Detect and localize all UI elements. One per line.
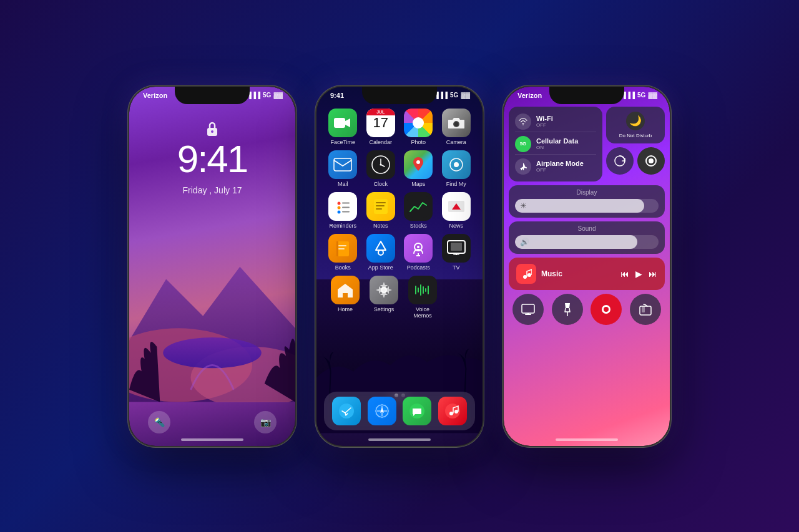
cc-airplane-item[interactable]: Airplane Mode OFF (515, 157, 596, 177)
books-label: Books (335, 264, 351, 271)
app-home[interactable]: Home (329, 276, 361, 319)
app-news[interactable]: News (440, 192, 473, 229)
app-facetime[interactable]: FaceTime (326, 109, 359, 145)
app-notes[interactable]: Notes (365, 192, 397, 229)
camera-button[interactable]: 📷 (254, 411, 277, 433)
app-mail[interactable]: Mail (326, 150, 359, 187)
cc-music-title: Music (541, 269, 615, 278)
app-row-1: FaceTime JUL 17 Calendar Photo (324, 109, 475, 145)
cc-screenmirroring-btn[interactable] (512, 294, 544, 325)
svg-point-66 (649, 158, 654, 163)
photos-label: Photo (411, 139, 426, 145)
home-indicator (181, 438, 243, 441)
stocks-icon (404, 192, 433, 221)
dock-messages[interactable] (403, 397, 431, 425)
status-icons: ▐▐▐▐ 5G ▓▓ (243, 92, 283, 99)
app-maps[interactable]: Maps (402, 150, 434, 187)
torch-button[interactable]: 🔦 (148, 411, 170, 433)
battery-icon: ▓▓ (273, 92, 283, 99)
home-status-icons: ▐▐▐▐ 5G ▓▓ (430, 92, 470, 99)
phone-control-center: Verizon ▐▐▐▐ 5G ▓▓ Wi-Fi (502, 85, 671, 447)
home-icon (331, 276, 360, 304)
dock-music[interactable] (438, 397, 467, 425)
facetime-icon (328, 109, 357, 137)
cc-toggle-col: 🌙 Do Not Disturb (606, 107, 665, 181)
svg-rect-43 (451, 243, 462, 251)
svg-rect-35 (338, 248, 345, 249)
svg-point-63 (522, 124, 524, 125)
status-bar-lock: Verizon ▐▐▐▐ 5G ▓▓ (129, 92, 295, 99)
app-books[interactable]: Books (326, 234, 359, 271)
cc-portrait-lock[interactable] (606, 147, 634, 175)
landscape-illustration (129, 218, 295, 402)
maps-icon (404, 150, 433, 179)
home-signal-icon: ▐▐▐▐ (430, 92, 448, 99)
app-settings[interactable]: Settings (368, 276, 400, 319)
app-photos[interactable]: Photo (402, 109, 434, 145)
cc-wifi-text: Wi-Fi OFF (536, 115, 553, 128)
cal-day: 17 (373, 116, 388, 130)
svg-rect-47 (415, 286, 416, 294)
app-findmy[interactable]: Find My (440, 150, 473, 187)
svg-point-39 (417, 246, 419, 248)
dock-telegram[interactable] (332, 397, 361, 425)
dock-safari[interactable] (368, 397, 396, 425)
home-network: 5G (450, 92, 458, 99)
app-stocks[interactable]: Stocks (402, 192, 434, 229)
svg-rect-23 (342, 211, 350, 212)
home-indicator-3 (556, 438, 618, 441)
mail-icon (328, 150, 357, 179)
cc-dnd-block[interactable]: 🌙 Do Not Disturb (606, 107, 665, 144)
settings-icon (370, 276, 398, 304)
cc-play-button[interactable]: ▶ (635, 269, 642, 279)
cc-cellular-item[interactable]: 5G Cellular Data ON (515, 134, 596, 155)
svg-rect-34 (338, 245, 346, 246)
app-podcasts[interactable]: Podcasts (402, 234, 434, 271)
cc-torch-btn[interactable] (552, 294, 583, 325)
cc-wifi-item[interactable]: Wi-Fi OFF (515, 112, 596, 132)
cc-music-app-icon (516, 264, 536, 284)
cc-screenlock-btn[interactable] (630, 294, 661, 325)
app-voicememos[interactable]: Voice Memos (406, 276, 439, 319)
app-row-5: Home Settings (324, 276, 475, 319)
app-clock[interactable]: Clock (365, 150, 397, 187)
cc-sound-section: Sound 🔊 (509, 221, 665, 254)
svg-rect-10 (334, 158, 351, 171)
cc-bottom-row (509, 294, 665, 325)
app-calendar[interactable]: JUL 17 Calendar (365, 109, 397, 145)
svg-point-3 (163, 337, 262, 368)
home-label: Home (338, 306, 353, 312)
svg-point-17 (454, 162, 459, 167)
cc-bottom-toggles (606, 147, 665, 175)
app-tv[interactable]: TV (440, 234, 473, 271)
cc-screen-record[interactable] (637, 147, 665, 175)
cc-battery: ▓▓ (648, 92, 657, 99)
status-bar-cc: Verizon ▐▐▐▐ 5G ▓▓ (504, 92, 670, 99)
notes-label: Notes (373, 223, 388, 229)
cc-record-btn[interactable] (591, 294, 622, 325)
cc-sound-slider[interactable]: 🔊 (515, 235, 659, 249)
svg-point-62 (454, 410, 458, 414)
stocks-label: Stocks (410, 223, 427, 229)
signal-icon: ▐▐▐▐ (243, 92, 260, 99)
camera-icon (442, 109, 471, 137)
network-type: 5G (263, 92, 271, 99)
podcasts-label: Podcasts (407, 264, 430, 271)
app-reminders[interactable]: Reminders (326, 192, 359, 229)
svg-rect-21 (342, 202, 350, 203)
svg-rect-22 (342, 206, 350, 208)
cc-rewind-button[interactable]: ⏮ (620, 269, 629, 279)
svg-rect-51 (425, 288, 426, 292)
cc-top-toggles: 🌙 Do Not Disturb (606, 107, 665, 144)
cc-display-slider[interactable]: ☀ (515, 199, 659, 213)
app-appstore[interactable]: App Store (365, 234, 397, 271)
notes-icon (366, 192, 395, 221)
news-label: News (449, 223, 463, 229)
cal-month: JUL (366, 109, 395, 115)
svg-point-20 (338, 210, 341, 213)
svg-rect-69 (522, 304, 534, 313)
cc-fastforward-button[interactable]: ⏭ (649, 269, 657, 279)
phone-home-screen: 9:41 ▐▐▐▐ 5G ▓▓ FaceTime (315, 85, 484, 447)
app-camera[interactable]: Camera (440, 109, 473, 145)
lock-time: 9:41 (129, 137, 295, 181)
